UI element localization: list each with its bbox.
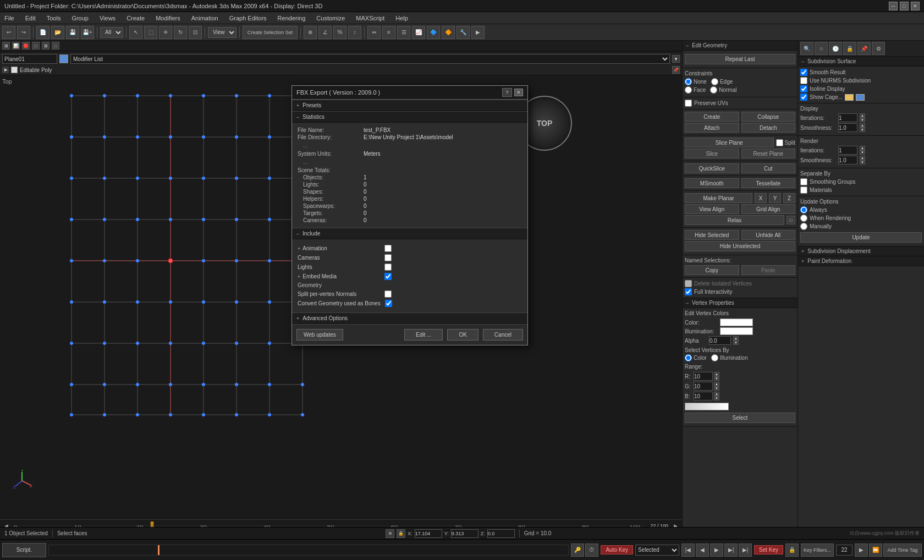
view-dropdown[interactable]: View (208, 27, 237, 38)
percent-snap[interactable]: % (333, 26, 346, 39)
disp-smooth-down[interactable]: ▼ (860, 128, 865, 132)
key-mode-btn[interactable]: 🔑 (571, 543, 584, 557)
menu-maxscript[interactable]: MAXScript (354, 14, 387, 23)
materials-check[interactable]: Materials (800, 186, 922, 194)
alpha-input[interactable] (709, 336, 731, 345)
ss-collapse-icon[interactable]: – (801, 59, 804, 64)
g-up-btn[interactable]: ▲ (714, 382, 719, 386)
add-time-tag-btn[interactable]: Add Time Tag (883, 543, 922, 557)
b-up-btn[interactable]: ▲ (714, 392, 719, 396)
cut-btn[interactable]: Cut (741, 163, 796, 173)
mirror-btn[interactable]: ⇔ (367, 26, 381, 39)
illumination-radio[interactable]: Illumination (711, 354, 748, 361)
save-as-btn[interactable]: 💾+ (81, 26, 94, 39)
object-color-swatch[interactable] (59, 54, 68, 63)
relax-settings-btn[interactable]: □ (787, 216, 795, 224)
sd-collapse-icon[interactable]: + (801, 249, 804, 254)
g-input[interactable] (694, 382, 713, 391)
make-planar-x-btn[interactable]: X (755, 193, 767, 203)
grid-align-btn[interactable]: Grid Align (741, 204, 796, 214)
menu-views[interactable]: Views (97, 14, 118, 23)
undo-btn[interactable]: ↩ (2, 26, 15, 39)
embed-media-checkbox[interactable] (384, 273, 392, 280)
rend-smooth-down[interactable]: ▼ (860, 160, 865, 164)
panel-lock-btn[interactable]: 🔒 (843, 42, 856, 55)
menu-create[interactable]: Create (124, 14, 147, 23)
key-filters-btn[interactable]: Key Filters... (801, 543, 834, 557)
alpha-up-btn[interactable]: ▲ (733, 336, 739, 341)
menu-graph-editors[interactable]: Graph Editors (227, 14, 269, 23)
adv-expand-icon[interactable]: + (296, 316, 299, 321)
angle-snap[interactable]: ∠ (318, 26, 332, 39)
attach-btn[interactable]: Attach (685, 123, 739, 133)
make-planar-z-btn[interactable]: Z (783, 193, 795, 203)
redo-btn[interactable]: ↪ (17, 26, 30, 39)
g-down-btn[interactable]: ▼ (714, 386, 719, 391)
layer-mgr[interactable]: ☰ (397, 26, 410, 39)
rotate-btn[interactable]: ↻ (174, 26, 187, 39)
snap-toggle[interactable]: ⊕ (304, 26, 317, 39)
update-btn[interactable]: Update (800, 232, 922, 243)
convert-geometry-checkbox[interactable] (385, 300, 392, 307)
stats-expand-icon[interactable]: – (296, 114, 299, 120)
anim-expand-icon[interactable]: + (298, 246, 300, 251)
align-btn[interactable]: ≡ (382, 26, 395, 39)
use-nurms-check[interactable]: Use NURMS Subdivision (800, 77, 922, 84)
rend-smooth-up[interactable]: ▲ (860, 156, 865, 160)
detach-btn[interactable]: Detach (741, 123, 796, 133)
disp-iter-up[interactable]: ▲ (860, 113, 865, 118)
hide-selected-btn[interactable]: Hide Selected (685, 230, 739, 240)
paste-btn[interactable]: Paste (741, 265, 796, 275)
make-planar-y-btn[interactable]: Y (769, 193, 781, 203)
slice-btn[interactable]: Slice (685, 149, 739, 158)
render-frame-icon[interactable]: □ (32, 42, 40, 50)
selected-dropdown[interactable]: Selected (635, 545, 679, 556)
color-swatch[interactable] (720, 319, 753, 326)
always-radio[interactable]: Always (800, 206, 922, 213)
animation-checkbox[interactable] (384, 245, 392, 252)
include-expand-icon[interactable]: – (296, 231, 299, 237)
track-view-icon[interactable]: 📊 (12, 42, 20, 50)
cage-color-1[interactable] (845, 94, 854, 101)
select-vertices-btn[interactable]: Select (685, 413, 795, 423)
material-editor[interactable]: 🔶 (442, 26, 455, 39)
split-check[interactable]: Split (776, 139, 795, 146)
modifier-options-btn[interactable]: ▼ (672, 55, 680, 63)
show-cage-check[interactable]: Show Cage... (800, 94, 843, 101)
dialog-close-btn[interactable]: ✕ (514, 89, 523, 96)
display-smoothness-input[interactable] (838, 123, 857, 132)
cameras-checkbox[interactable] (384, 254, 392, 261)
close-btn[interactable]: ✕ (911, 2, 920, 10)
collapse-icon[interactable]: – (686, 43, 689, 48)
menu-tools[interactable]: Tools (45, 14, 63, 23)
maximize-btn[interactable]: □ (900, 2, 909, 10)
b-input[interactable] (694, 392, 713, 400)
render-iterations-input[interactable] (838, 146, 857, 155)
play-btn[interactable]: ▶ (710, 543, 723, 557)
menu-help[interactable]: Help (393, 14, 410, 23)
constraint-face[interactable]: Face (685, 86, 706, 94)
disp-iter-down[interactable]: ▼ (860, 118, 865, 122)
alpha-down-btn[interactable]: ▼ (733, 341, 739, 345)
curve-editor[interactable]: 📈 (412, 26, 425, 39)
menu-modifiers[interactable]: Modifiers (153, 14, 183, 23)
time-config-btn[interactable]: ⏱ (585, 543, 598, 557)
create-selection-btn[interactable]: Create Selection Set (243, 26, 298, 39)
key-lock-btn[interactable]: 🔒 (785, 543, 799, 557)
makeplanar-btn[interactable]: Make Planar (685, 193, 752, 203)
full-interactivity-check[interactable]: Full Interactivity (685, 288, 795, 295)
panel-bookmark-btn[interactable]: ☆ (815, 42, 828, 55)
edit-btn[interactable]: Edit ... (404, 329, 443, 341)
next-frame-btn[interactable]: ▶| (724, 543, 738, 557)
smooth-result-check[interactable]: Smooth Result (800, 69, 922, 76)
coord-lock[interactable]: 🔒 (397, 529, 405, 538)
filter-dropdown[interactable]: All (100, 27, 123, 38)
delete-isolated-check[interactable]: Delete Isolated Vertices (685, 280, 795, 287)
anim-track[interactable] (48, 545, 569, 556)
msmooth-btn[interactable]: MSmooth (685, 178, 739, 188)
select-region-btn[interactable]: ⬚ (144, 26, 157, 39)
repeat-last-btn[interactable]: Repeat Last (685, 54, 795, 64)
scene-explorer-icon[interactable]: ⊞ (2, 42, 10, 50)
go-start-btn[interactable]: |◀ (681, 543, 695, 557)
expand-modifier-icon[interactable]: ▶ (2, 67, 9, 73)
